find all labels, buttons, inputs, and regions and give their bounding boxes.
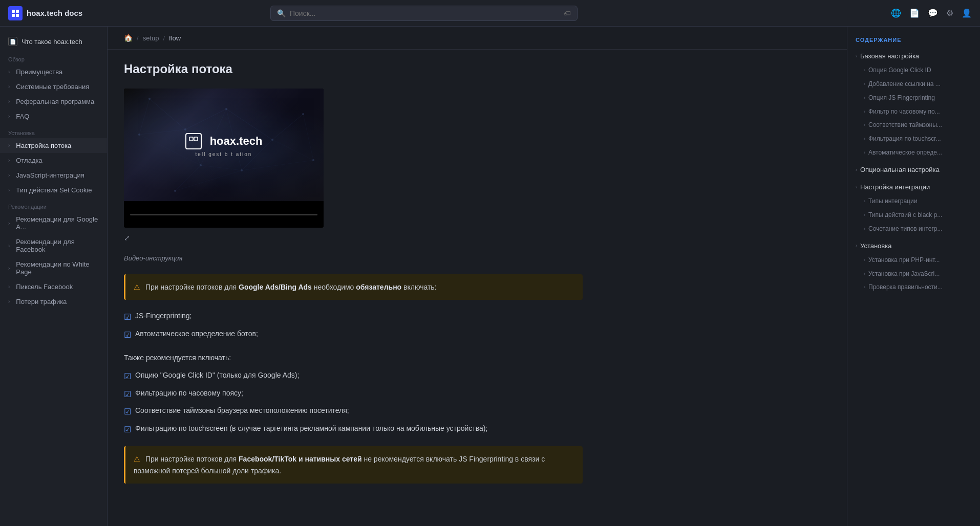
video-container[interactable]: hoax.tech tell gest b t ation [124,89,324,228]
sidebar-item-label: Отладка [16,157,42,164]
toc-section-install[interactable]: › Установка [856,239,972,253]
toc-chevron: › [864,198,865,205]
sidebar-item-debug[interactable]: › Отладка [0,153,107,168]
rec-item-3: ☑ Фильтрацию по touchscreen (в случае та… [124,423,583,436]
globe-icon[interactable]: 🌐 [891,8,901,18]
rec-label: Опцию "Google Click ID" (только для Goog… [135,369,299,381]
toc-item-timezone-match[interactable]: › Соответствие таймзоны... [856,118,972,132]
toc-item-timezone-filter[interactable]: › Фильтр по часовому по... [856,105,972,119]
rec-item-0: ☑ Опцию "Google Click ID" (только для Go… [124,369,583,383]
sidebar-item-set-cookie[interactable]: › Тип действия Set Cookie [0,183,107,198]
toc-item-verify[interactable]: › Проверка правильности... [856,280,972,294]
sidebar-item-js-integration[interactable]: › JavaScript-интеграция [0,168,107,183]
rec-label: Фильтрацию по часовому поясу; [135,387,243,399]
video-caption: Видео-инструкция [124,254,583,262]
breadcrumb-home-icon[interactable]: 🏠 [124,34,133,42]
checklist-item-1: ☑ Автоматическое определение ботов; [124,328,583,342]
user-icon[interactable]: 👤 [962,8,972,18]
logo-icon [8,6,23,20]
svg-rect-1 [16,10,19,13]
breadcrumb: 🏠 / setup / flow [108,27,847,50]
tag-icon: 🏷 [564,9,571,17]
search-input[interactable] [290,9,556,17]
svg-line-20 [175,170,242,191]
video-expand-icon[interactable]: ⤢ [124,234,130,242]
required-checklist: ☑ JS-Fingerprinting; ☑ Автоматическое оп… [124,310,583,341]
svg-line-4 [150,99,185,129]
toc-child-label: Установка при PHP-инт... [868,256,940,265]
sidebar-item-referral[interactable]: › Реферальная программа [0,94,107,109]
toc-section-optional[interactable]: › Опциональная настройка [856,163,972,177]
toc-chevron: › [864,95,865,101]
chevron-icon: › [8,158,10,163]
doc-icon: 📄 [8,37,17,46]
toc-child-label: Соответствие таймзоны... [868,121,942,129]
svg-line-7 [272,114,303,140]
svg-point-27 [200,164,202,166]
also-recommend-text: Также рекомендуется включать: [124,352,583,363]
sidebar-item-what-is[interactable]: 📄 Что такое hoax.tech [0,33,107,50]
chevron-icon: › [8,99,10,104]
breadcrumb-sep-1: / [137,34,139,42]
sidebar-item-traffic-loss[interactable]: › Потери трафика [0,294,107,309]
svg-line-5 [185,109,226,129]
search-bar[interactable]: 🔍 🏷 [270,6,578,21]
toc-item-js-fingerprinting[interactable]: › Опция JS Fingerprinting [856,91,972,105]
toc-item-black-actions[interactable]: › Типы действий с black p... [856,208,972,222]
sidebar-item-pixel-facebook[interactable]: › Пиксель Facebook [0,279,107,294]
toc-item-touchscreen-filter[interactable]: › Фильтрация по touchscr... [856,132,972,146]
toc-item-js-install[interactable]: › Установка при JavaScri... [856,267,972,281]
sidebar-item-facebook-rec[interactable]: › Рекомендации для Facebook [0,234,107,257]
svg-point-23 [225,108,227,110]
sidebar-item-google-rec[interactable]: › Рекомендации для Google A... [0,212,107,234]
message-icon[interactable]: 💬 [928,8,938,18]
svg-point-24 [271,139,273,141]
checklist-item-0: ☑ JS-Fingerprinting; [124,310,583,324]
breadcrumb-flow: flow [169,34,181,42]
sidebar-section-overview: Обзор [0,50,107,64]
video-progress-bar [130,214,317,215]
sidebar-item-label: Системные требования [16,83,89,91]
sidebar-item-label: JavaScript-интеграция [16,171,84,179]
sidebar-item-faq[interactable]: › FAQ [0,109,107,124]
warning-text-before: При настройке потоков для [145,283,239,291]
toc-chevron: › [864,149,865,156]
file-icon[interactable]: 📄 [909,8,920,18]
toc-item-google-click[interactable]: › Опция Google Click ID [856,63,972,77]
toc-child-label: Опция Google Click ID [868,66,931,75]
toc-item-integration-combo[interactable]: › Сочетание типов интегр... [856,222,972,236]
toc-item-integration-types[interactable]: › Типы интеграции [856,194,972,208]
sidebar-item-system-req[interactable]: › Системные требования [0,79,107,94]
checklist-label: JS-Fingerprinting; [135,310,192,321]
toc-section-integration[interactable]: › Настройка интеграции [856,180,972,194]
rec-label: Фильтрацию по touchscreen (в случае тарг… [135,423,487,434]
sidebar-section-install: Установка [0,124,107,138]
toc-section-basic[interactable]: › Базовая настройка [856,49,972,63]
svg-line-8 [139,99,150,135]
toc-child-label: Фильтр по часовому по... [868,107,940,116]
warning2-bold: Facebook/TikTok и нативных сетей [239,455,362,463]
topbar-right: 🌐 📄 💬 ⚙ 👤 [891,8,972,18]
svg-line-9 [139,129,185,135]
toc-item-php-install[interactable]: › Установка при PHP-инт... [856,253,972,267]
page-content: Настройка потока [108,50,599,508]
table-of-contents: СОДЕРЖАНИЕ › Базовая настройка › Опция G… [847,27,980,526]
gear-icon[interactable]: ⚙ [946,8,953,18]
sidebar-item-flow-setup[interactable]: › Настройка потока [0,138,107,153]
toc-item-auto-bot[interactable]: › Автоматическое опреде... [856,146,972,160]
page-title: Настройка потока [124,62,583,76]
video-controls[interactable] [124,201,324,228]
chevron-icon: › [8,266,10,271]
breadcrumb-setup[interactable]: setup [143,34,159,42]
toc-child-label: Автоматическое опреде... [868,148,942,157]
sidebar-item-whitepage-rec[interactable]: › Рекомендации по White Page [0,257,107,279]
toc-item-add-link[interactable]: › Добавление ссылки на ... [856,77,972,91]
chevron-icon: › [8,172,10,178]
checkbox-icon: ☑ [124,328,131,342]
svg-point-25 [302,113,304,115]
toc-chevron: › [856,53,857,60]
search-icon: 🔍 [277,9,286,17]
toc-child-label: Опция JS Fingerprinting [868,94,935,102]
sidebar-item-advantages[interactable]: › Преимущества [0,64,107,79]
svg-rect-32 [194,137,198,141]
